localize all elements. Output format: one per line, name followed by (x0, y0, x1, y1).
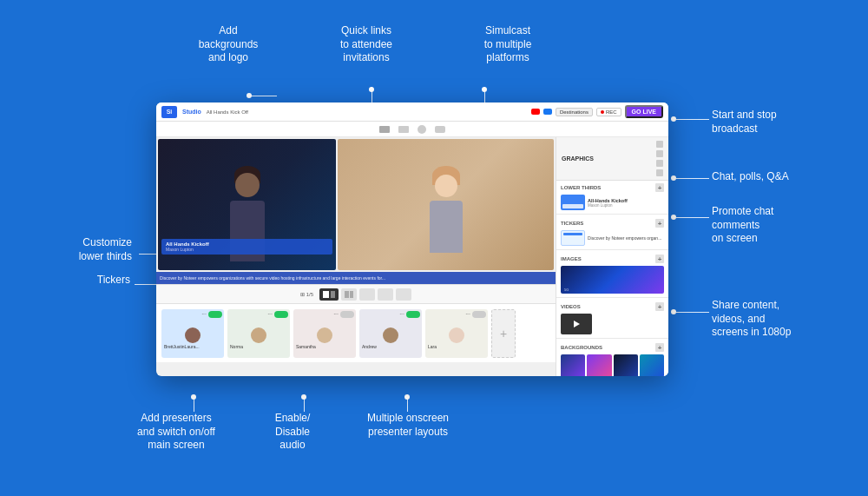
label-add-presenters: Add presenters and switch on/off main sc… (128, 412, 224, 453)
bg-thumb-3[interactable] (614, 354, 638, 376)
images-label: IMAGES + (556, 252, 668, 264)
video-cell-speaker2 (338, 139, 554, 270)
tickers-item[interactable]: Discover by Noteer empowers organ... (556, 228, 668, 248)
section-divider-2 (556, 249, 668, 250)
bg-thumb-2[interactable] (587, 354, 611, 376)
pt-toggle-3[interactable] (340, 311, 354, 318)
settings-icon[interactable] (418, 125, 426, 134)
section-divider-1 (556, 214, 668, 215)
video-icon[interactable] (379, 126, 390, 133)
pt-more-1[interactable]: ··· (201, 311, 207, 318)
connector-presenters-line (194, 394, 194, 412)
connector-promote-line (676, 217, 709, 218)
connector-quick-links-line (372, 87, 372, 103)
pt-more-3[interactable]: ··· (333, 311, 339, 318)
presenter-thumb-5[interactable]: ··· Lara (425, 309, 488, 358)
images-add[interactable]: + (655, 255, 664, 263)
pt-controls-4: ··· (399, 311, 420, 318)
backgrounds-label: BACKGROUNDS + (556, 341, 668, 353)
pt-toggle-4[interactable] (406, 311, 420, 318)
speaker1-figure (221, 166, 273, 270)
connector-share-line (676, 312, 709, 313)
layout-half-2 (350, 291, 354, 298)
lt-title: Mason Lupton (166, 247, 328, 252)
tickers-section: TICKERS + Discover by Noteer empowers or… (556, 216, 668, 248)
graphics-label: GRAPHICS (562, 155, 594, 162)
pt-toggle-2[interactable] (274, 311, 288, 318)
sidebar-strip-icon-2[interactable] (656, 150, 663, 157)
pt-controls-1: ··· (201, 311, 222, 318)
presenter-thumb-3[interactable]: ··· Samantha (293, 309, 356, 358)
backgrounds-section: BACKGROUNDS + ↑ Uploa (556, 341, 668, 376)
topbar-controls: Destinations REC GO LIVE (531, 105, 663, 118)
sidebar-strip-icon-4[interactable] (656, 169, 663, 176)
pt-toggle-5[interactable] (472, 311, 486, 318)
presenter-thumb-2[interactable]: ··· Norma ♪ 3.4f (227, 309, 290, 358)
videos-label: VIDEOS + (556, 300, 668, 312)
pt-more-2[interactable]: ··· (267, 311, 273, 318)
pt-more-4[interactable]: ··· (399, 311, 404, 318)
bg-thumb-row (556, 353, 668, 376)
sidebar-strip-icon-1[interactable] (656, 141, 663, 148)
pt-head-3 (317, 327, 332, 343)
lower-thirds-add[interactable]: + (655, 183, 664, 192)
users-icon[interactable] (435, 126, 445, 133)
pt-head-4 (383, 327, 398, 343)
add-presenter-button[interactable]: + (491, 309, 516, 358)
backgrounds-add[interactable]: + (655, 343, 664, 352)
presenter-thumb-1[interactable]: ··· BrettJustinLaura... (161, 309, 224, 358)
image-thumb-item[interactable]: 5G (556, 264, 668, 295)
speaker2-head (435, 175, 457, 197)
pt-name-1: BrettJustinLaura... (161, 343, 224, 350)
bg-thumb-4[interactable] (640, 354, 664, 376)
layout-btn-5[interactable] (396, 288, 411, 301)
presenters-bar: ··· BrettJustinLaura... ··· (156, 303, 556, 362)
go-live-button[interactable]: GO LIVE (625, 105, 663, 118)
left-panel: All Hands Kickoff Mason Lupton Discover (156, 137, 556, 376)
ticker-item-text: Discover by Noteer empowers organ... (588, 235, 661, 241)
label-multiple-layouts: Multiple onscreen presenter layouts (360, 412, 456, 439)
sidebar-strip-icon-3[interactable] (656, 160, 663, 167)
play-icon-1 (574, 321, 580, 327)
lt-item-text: All-Hands Kickoff Mason Lupton (588, 198, 628, 208)
layout-btn-1[interactable] (319, 288, 339, 301)
lower-thirds-item[interactable]: All-Hands Kickoff Mason Lupton (556, 193, 668, 212)
pt-toggle-1[interactable] (208, 311, 222, 318)
pt-more-5[interactable]: ··· (465, 311, 470, 318)
videos-add[interactable]: + (655, 302, 664, 311)
bg-thumb-1[interactable] (561, 354, 585, 376)
layout-btn-3[interactable] (359, 288, 375, 301)
video-thumb-1[interactable] (561, 314, 592, 334)
pt-controls-2: ··· (267, 311, 288, 318)
pt-name-3: Samantha (293, 343, 356, 350)
label-chat-polls: Chat, polls, Q&A (712, 170, 816, 184)
presenter-thumb-4[interactable]: ··· Andrew (359, 309, 422, 358)
destinations-button[interactable]: Destinations (556, 108, 593, 116)
app-window: Si Studio All Hands Kick Off Destination… (156, 103, 668, 376)
screen-icon[interactable] (398, 126, 409, 133)
layout-btn-2[interactable] (341, 288, 357, 301)
section-divider-3 (556, 297, 668, 298)
lt-item-sub: Mason Lupton (588, 203, 628, 208)
connector-layouts-line (407, 394, 408, 412)
lower-thirds-label: LOWER THIRDS + (556, 181, 668, 193)
layout-btn-4[interactable] (378, 288, 393, 301)
pt-name-4: Andrew (359, 343, 422, 350)
lt-item-name: All-Hands Kickoff (588, 198, 628, 203)
sidebar-icon-strip (656, 141, 663, 176)
rec-dot (601, 110, 604, 114)
studio-label: Studio (182, 109, 201, 115)
video-grid: All Hands Kickoff Mason Lupton (156, 137, 556, 272)
tickers-add[interactable]: + (655, 219, 664, 228)
label-quick-links: Quick links to attendee invitations (327, 24, 405, 65)
connector-start-stop-line (676, 119, 709, 120)
pt-head-5 (449, 327, 464, 343)
pt-head-2 (251, 327, 266, 343)
layout-icon-1 (323, 291, 329, 298)
add-icon: + (500, 327, 507, 341)
label-share-content: Share content, videos, and screens in 10… (712, 299, 825, 340)
rec-button[interactable]: REC (596, 108, 621, 116)
lower-thirds-section: LOWER THIRDS + All-Hands Kickoff Mason L… (556, 181, 668, 212)
event-title: All Hands Kick Off (207, 109, 526, 115)
label-start-stop: Start and stop broadcast (712, 109, 816, 136)
